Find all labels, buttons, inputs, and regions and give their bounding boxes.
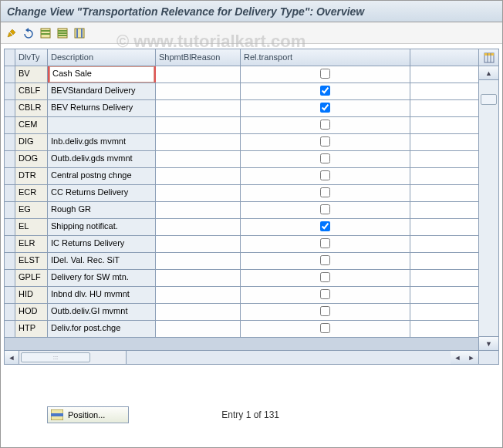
row-selector[interactable] xyxy=(5,151,15,167)
toggle-edit-button[interactable] xyxy=(4,25,19,41)
cell-reltransport[interactable] xyxy=(241,66,410,83)
cell-shpmtblreason[interactable] xyxy=(156,134,241,150)
cell-description[interactable]: Rough GR xyxy=(48,202,156,218)
cell-dlvty[interactable]: CBLF xyxy=(15,83,48,99)
col-header-dlvty[interactable]: DlvTy xyxy=(15,49,48,66)
cell-description[interactable]: Outb.deliv.gds mvmnt xyxy=(48,151,156,167)
cell-dlvty[interactable]: GPLF xyxy=(15,270,48,286)
cell-dlvty[interactable]: CEM xyxy=(15,117,48,133)
reltransport-checkbox[interactable] xyxy=(320,170,330,180)
row-selector[interactable] xyxy=(5,202,15,218)
cell-description[interactable]: Deliv.for post.chge xyxy=(48,321,156,337)
cell-shpmtblreason[interactable] xyxy=(156,117,241,133)
cell-reltransport[interactable] xyxy=(241,134,410,150)
scroll-down-button[interactable]: ▼ xyxy=(479,336,498,350)
cell-description[interactable]: Inb.deliv.gds mvmnt xyxy=(48,134,156,150)
reltransport-checkbox[interactable] xyxy=(320,221,330,231)
cell-shpmtblreason[interactable] xyxy=(156,236,241,252)
row-selector[interactable] xyxy=(5,253,15,269)
reltransport-checkbox[interactable] xyxy=(320,103,330,113)
cell-description[interactable]: BEV Returns Delivery xyxy=(48,100,156,116)
reltransport-checkbox[interactable] xyxy=(320,323,330,333)
undo-button[interactable] xyxy=(21,25,36,41)
row-selector[interactable] xyxy=(5,66,15,83)
table-row[interactable]: DOGOutb.deliv.gds mvmnt xyxy=(5,151,478,168)
cell-shpmtblreason[interactable] xyxy=(156,66,241,83)
select-columns-button[interactable] xyxy=(72,25,87,41)
col-header-shpmtblreason[interactable]: ShpmtBlReason xyxy=(156,49,241,66)
position-button[interactable]: Position... xyxy=(47,406,129,423)
cell-shpmtblreason[interactable] xyxy=(156,321,241,337)
configure-columns-button[interactable] xyxy=(478,49,498,66)
table-row[interactable]: DIGInb.deliv.gds mvmnt xyxy=(5,134,478,151)
cell-description[interactable]: Central postng chnge xyxy=(48,168,156,184)
scroll-right-start-button[interactable]: ◄ xyxy=(451,351,464,364)
row-selector[interactable] xyxy=(5,168,15,184)
cell-dlvty[interactable]: EL xyxy=(15,219,48,235)
save-all-button[interactable] xyxy=(55,25,70,41)
cell-shpmtblreason[interactable] xyxy=(156,83,241,99)
cell-description[interactable]: IC Returns Delivery xyxy=(48,236,156,252)
reltransport-checkbox[interactable] xyxy=(320,272,330,282)
cell-dlvty[interactable]: DOG xyxy=(15,151,48,167)
table-row[interactable]: ELRIC Returns Delivery xyxy=(5,236,478,253)
cell-reltransport[interactable] xyxy=(241,304,410,320)
row-selector[interactable] xyxy=(5,287,15,303)
reltransport-checkbox[interactable] xyxy=(320,204,330,214)
table-row[interactable]: CBLRBEV Returns Delivery xyxy=(5,100,478,117)
cell-reltransport[interactable] xyxy=(241,202,410,218)
cell-description[interactable]: IDel. Val. Rec. SiT xyxy=(48,253,156,269)
cell-dlvty[interactable]: BV xyxy=(15,66,48,83)
cell-reltransport[interactable] xyxy=(241,117,410,133)
row-selector[interactable] xyxy=(5,117,15,133)
cell-shpmtblreason[interactable] xyxy=(156,287,241,303)
row-selector[interactable] xyxy=(5,134,15,150)
cell-description[interactable]: Inbnd dlv. HU mvmnt xyxy=(48,287,156,303)
table-row[interactable]: HODOutb.deliv.GI mvmnt xyxy=(5,304,478,321)
cell-shpmtblreason[interactable] xyxy=(156,168,241,184)
reltransport-checkbox[interactable] xyxy=(320,86,330,96)
cell-reltransport[interactable] xyxy=(241,151,410,167)
scroll-right-button[interactable]: ► xyxy=(464,351,478,364)
reltransport-checkbox[interactable] xyxy=(320,136,330,147)
cell-reltransport[interactable] xyxy=(241,270,410,286)
row-selector[interactable] xyxy=(5,236,15,252)
cell-dlvty[interactable]: ELST xyxy=(15,253,48,269)
table-row[interactable]: EGRough GR xyxy=(5,202,478,219)
cell-dlvty[interactable]: EG xyxy=(15,202,48,218)
row-selector[interactable] xyxy=(5,185,15,201)
scroll-thumb[interactable] xyxy=(481,94,497,105)
table-row[interactable]: GPLFDelivery for SW mtn. xyxy=(5,270,478,287)
table-row[interactable]: HIDInbnd dlv. HU mvmnt xyxy=(5,287,478,304)
scroll-left-button[interactable]: ◄ xyxy=(5,351,19,364)
cell-description[interactable]: Cash Sale xyxy=(48,66,156,83)
row-selector[interactable] xyxy=(5,270,15,286)
cell-shpmtblreason[interactable] xyxy=(156,270,241,286)
reltransport-checkbox[interactable] xyxy=(320,69,330,79)
cell-reltransport[interactable] xyxy=(241,253,410,269)
cell-dlvty[interactable]: DIG xyxy=(15,134,48,150)
cell-dlvty[interactable]: CBLR xyxy=(15,100,48,116)
vertical-scrollbar[interactable]: ▲ ▼ xyxy=(478,66,498,350)
cell-shpmtblreason[interactable] xyxy=(156,151,241,167)
hscroll-track[interactable]: ::: xyxy=(19,351,127,364)
col-header-description[interactable]: Description xyxy=(48,49,156,66)
table-row[interactable]: BVCash Sale xyxy=(5,66,478,83)
cell-shpmtblreason[interactable] xyxy=(156,185,241,201)
cell-reltransport[interactable] xyxy=(241,168,410,184)
reltransport-checkbox[interactable] xyxy=(320,255,330,265)
cell-description[interactable] xyxy=(48,117,156,133)
cell-dlvty[interactable]: ECR xyxy=(15,185,48,201)
table-row[interactable]: DTRCentral postng chnge xyxy=(5,168,478,185)
reltransport-checkbox[interactable] xyxy=(320,289,330,299)
save-row-button[interactable] xyxy=(38,25,53,41)
row-selector[interactable] xyxy=(5,321,15,337)
cell-reltransport[interactable] xyxy=(241,185,410,201)
table-row[interactable]: ELSTIDel. Val. Rec. SiT xyxy=(5,253,478,270)
reltransport-checkbox[interactable] xyxy=(320,153,330,163)
cell-dlvty[interactable]: DTR xyxy=(15,168,48,184)
cell-reltransport[interactable] xyxy=(241,219,410,235)
reltransport-checkbox[interactable] xyxy=(320,238,330,248)
cell-dlvty[interactable]: ELR xyxy=(15,236,48,252)
cell-description[interactable]: CC Returns Delivery xyxy=(48,185,156,201)
